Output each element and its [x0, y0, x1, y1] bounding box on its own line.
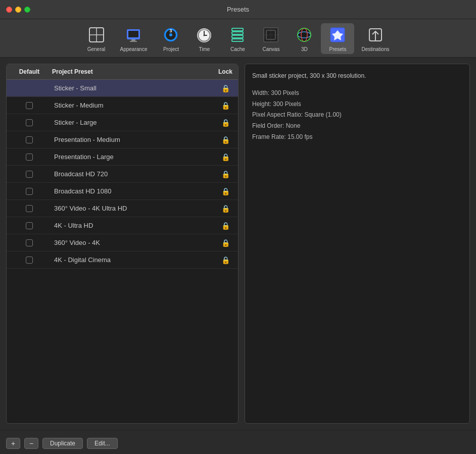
info-details: Width: 300 PixelsHeight: 300 PixelsPixel… [252, 88, 462, 142]
table-row[interactable]: Broadcast HD 720🔒 [7, 166, 238, 183]
cell-preset-name: Presentation - Large [52, 150, 213, 164]
maximize-button[interactable] [24, 7, 30, 13]
header-preset: Project Preset [52, 68, 213, 75]
cell-preset-name: Presentation - Medium [52, 133, 213, 146]
default-checkbox[interactable] [26, 222, 33, 229]
add-button[interactable]: + [6, 438, 20, 449]
cell-default[interactable] [7, 239, 52, 246]
cell-default[interactable] [7, 136, 52, 143]
traffic-lights [6, 7, 30, 13]
table-row[interactable]: 360° Video - 4K Ultra HD🔒 [7, 200, 238, 217]
svg-rect-4 [128, 31, 138, 37]
cell-preset-name: 360° Video - 4K Ultra HD [52, 201, 213, 215]
project-icon: 3 [161, 25, 180, 44]
cell-lock: 🔒 [213, 239, 238, 247]
default-checkbox[interactable] [26, 239, 33, 246]
lock-icon: 🔒 [221, 205, 230, 213]
default-checkbox[interactable] [26, 257, 33, 264]
edit-button[interactable]: Edit... [87, 438, 118, 449]
lock-icon: 🔒 [221, 256, 230, 264]
destinations-label: Destinations [361, 46, 389, 52]
info-detail-line: Frame Rate: 15.00 fps [252, 132, 462, 143]
cell-default[interactable] [7, 119, 52, 126]
toolbar-item-cache[interactable]: Cache [221, 23, 254, 54]
lock-icon: 🔒 [221, 170, 230, 178]
cell-preset-name: 360° Video - 4K [52, 236, 213, 249]
table-row[interactable]: Presentation - Medium🔒 [7, 131, 238, 148]
info-title: Small sticker project, 300 x 300 resolut… [252, 71, 462, 81]
cell-preset-name: Broadcast HD 1080 [52, 184, 213, 198]
cell-preset-name: 4K - Digital Cinema [52, 253, 213, 267]
cell-default[interactable] [7, 188, 52, 195]
cell-lock: 🔒 [213, 170, 238, 178]
3d-label: 3D [301, 46, 308, 52]
cell-default[interactable] [7, 171, 52, 178]
header-default: Default [7, 67, 52, 76]
remove-button[interactable]: − [24, 438, 38, 449]
cell-default[interactable] [7, 154, 52, 161]
3d-icon [295, 25, 314, 44]
table-row[interactable]: Sticker - Medium🔒 [7, 97, 238, 114]
toolbar-item-general[interactable]: General [80, 23, 113, 54]
header-lock: Lock [213, 68, 238, 75]
cell-default[interactable] [7, 205, 52, 212]
svg-rect-19 [232, 32, 243, 34]
cell-default[interactable] [7, 102, 52, 109]
time-icon [195, 25, 214, 44]
cell-default[interactable] [7, 257, 52, 264]
appearance-icon [124, 25, 143, 44]
toolbar-item-project[interactable]: 3 Project [154, 23, 187, 54]
main-content: Default Project Preset Lock Sticker - Sm… [0, 58, 476, 430]
svg-point-16 [204, 35, 205, 36]
toolbar-item-canvas[interactable]: Canvas [254, 23, 288, 54]
project-label: Project [163, 46, 179, 52]
toolbar-item-presets[interactable]: Presets [321, 23, 354, 54]
table-row[interactable]: Sticker - Large🔒 [7, 114, 238, 131]
table-header: Default Project Preset Lock [7, 64, 238, 80]
cell-lock: 🔒 [213, 222, 238, 230]
lock-icon: 🔒 [221, 187, 230, 195]
default-checkbox[interactable] [26, 205, 33, 212]
default-checkbox[interactable] [26, 188, 33, 195]
table-row[interactable]: Presentation - Large🔒 [7, 148, 238, 166]
appearance-label: Appearance [120, 46, 148, 52]
canvas-icon [261, 25, 280, 44]
presets-label: Presets [329, 46, 347, 52]
cell-preset-name: Broadcast HD 720 [52, 167, 213, 181]
cell-default[interactable] [7, 222, 52, 229]
cell-preset-name: Sticker - Small [52, 81, 213, 95]
svg-rect-21 [232, 39, 243, 41]
lock-icon: 🔒 [221, 222, 230, 230]
table-row[interactable]: 4K - Digital Cinema🔒 [7, 251, 238, 269]
table-row[interactable]: 4K - Ultra HD🔒 [7, 217, 238, 234]
table-body: Sticker - Small🔒Sticker - Medium🔒Sticker… [7, 80, 238, 423]
info-panel: Small sticker project, 300 x 300 resolut… [245, 64, 470, 424]
cell-lock: 🔒 [213, 256, 238, 264]
svg-rect-5 [131, 39, 135, 41]
default-checkbox[interactable] [26, 136, 33, 143]
lock-icon: 🔒 [221, 239, 230, 247]
cell-lock: 🔒 [213, 136, 238, 144]
default-checkbox[interactable] [26, 119, 33, 126]
window-title: Presets [227, 6, 249, 13]
svg-rect-18 [232, 28, 243, 31]
table-row[interactable]: Broadcast HD 1080🔒 [7, 183, 238, 200]
toolbar-item-appearance[interactable]: Appearance [113, 23, 155, 54]
close-button[interactable] [6, 7, 12, 13]
svg-point-9 [169, 33, 172, 36]
cache-icon [228, 25, 247, 44]
default-checkbox[interactable] [26, 171, 33, 178]
table-row[interactable]: 360° Video - 4K🔒 [7, 234, 238, 251]
table-row[interactable]: Sticker - Small🔒 [7, 80, 238, 97]
svg-rect-6 [130, 41, 137, 42]
bottom-bar: + − Duplicate Edit... [0, 430, 476, 454]
minimize-button[interactable] [15, 7, 21, 13]
toolbar-item-destinations[interactable]: Destinations [354, 23, 396, 54]
lock-icon: 🔒 [221, 119, 230, 127]
duplicate-button[interactable]: Duplicate [42, 438, 83, 449]
toolbar-item-time[interactable]: Time [187, 23, 221, 54]
toolbar-item-3d[interactable]: 3D [288, 23, 321, 54]
default-checkbox[interactable] [26, 154, 33, 161]
default-checkbox[interactable] [26, 102, 33, 109]
svg-rect-17 [203, 28, 206, 30]
